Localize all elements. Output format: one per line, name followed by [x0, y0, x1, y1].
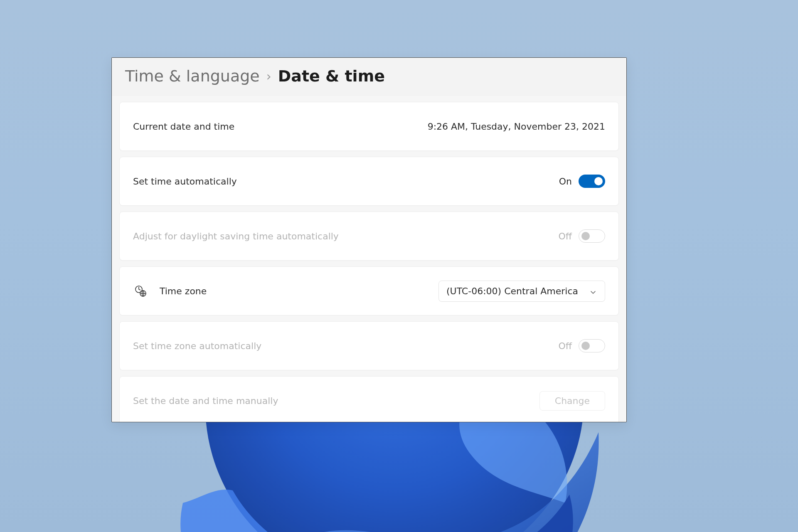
row-dst-auto: Adjust for daylight saving time automati… — [119, 212, 619, 261]
row-label: Time zone — [160, 286, 207, 296]
toggle-state-label: On — [559, 176, 572, 187]
toggle-set-tz-auto[interactable] — [579, 339, 605, 352]
clock-globe-icon — [133, 283, 148, 298]
row-label: Adjust for daylight saving time automati… — [133, 231, 339, 241]
settings-window: Time & language › Date & time Current da… — [111, 57, 627, 422]
toggle-dst-auto[interactable] — [579, 229, 605, 243]
row-label: Current date and time — [133, 121, 234, 132]
row-label: Set time automatically — [133, 176, 237, 187]
timezone-selected: (UTC-06:00) Central America — [446, 286, 578, 296]
breadcrumb: Time & language › Date & time — [112, 58, 626, 96]
page-title: Date & time — [278, 67, 385, 85]
row-set-tz-auto: Set time zone automatically Off — [119, 321, 619, 370]
row-label: Set the date and time manually — [133, 396, 278, 406]
row-timezone: Time zone (UTC-06:00) Central America — [119, 266, 619, 315]
toggle-set-time-auto[interactable] — [579, 175, 605, 188]
toggle-state-label: Off — [559, 231, 572, 241]
row-set-manually: Set the date and time manually Change — [119, 376, 619, 422]
row-set-time-auto: Set time automatically On — [119, 157, 619, 206]
row-current-datetime: Current date and time 9:26 AM, Tuesday, … — [119, 102, 619, 151]
timezone-dropdown[interactable]: (UTC-06:00) Central America — [438, 281, 605, 302]
chevron-right-icon: › — [266, 69, 271, 84]
current-datetime-value: 9:26 AM, Tuesday, November 23, 2021 — [428, 121, 605, 132]
change-button[interactable]: Change — [539, 391, 605, 411]
settings-list: Current date and time 9:26 AM, Tuesday, … — [112, 102, 626, 422]
chevron-down-icon — [590, 287, 597, 295]
row-label: Set time zone automatically — [133, 341, 261, 351]
toggle-state-label: Off — [559, 341, 572, 351]
breadcrumb-parent[interactable]: Time & language — [125, 67, 260, 85]
